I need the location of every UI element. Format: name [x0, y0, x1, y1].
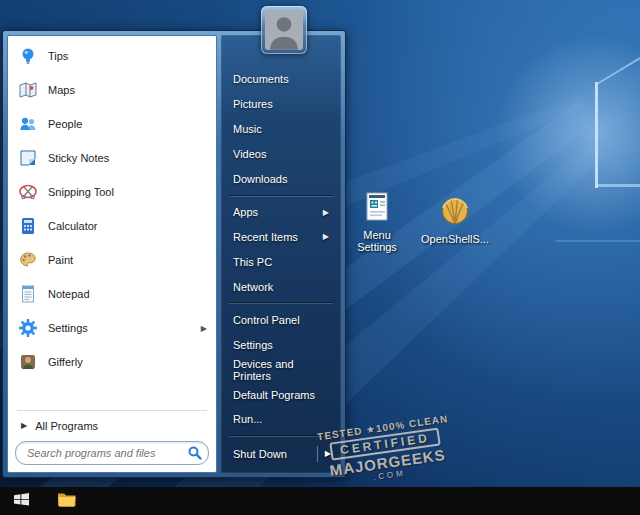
start-menu-right-panel: Documents Pictures Music Videos Download…	[221, 35, 341, 473]
all-programs-label: All Programs	[35, 420, 98, 432]
start-menu: Tips Maps People	[2, 30, 346, 478]
start-right-settings[interactable]: Settings	[221, 332, 341, 357]
separator	[229, 302, 333, 304]
file-explorer-button[interactable]	[48, 487, 86, 515]
search-icon[interactable]	[186, 444, 204, 462]
start-right-label: Downloads	[233, 173, 287, 185]
menu-item-label: Tips	[48, 50, 68, 62]
search-box	[15, 441, 209, 465]
start-right-apps[interactable]: Apps ▶	[221, 200, 341, 225]
submenu-arrow-icon: ▶	[323, 208, 329, 217]
shell-icon	[418, 194, 492, 230]
desktop-icon-label: Menu Settings	[357, 229, 397, 253]
menu-item-sticky-notes[interactable]: Sticky Notes	[11, 141, 213, 175]
map-icon	[17, 79, 39, 101]
desktop-icon-openshell[interactable]: OpenShellS...	[418, 194, 492, 245]
separator	[229, 195, 333, 197]
separator	[229, 435, 333, 437]
start-right-label: Default Pograms	[233, 389, 315, 401]
all-programs-button[interactable]: ▶ All Programs	[11, 413, 213, 438]
menu-item-maps[interactable]: Maps	[11, 73, 213, 107]
menu-item-label: Maps	[48, 84, 75, 96]
user-photo-icon	[17, 351, 39, 373]
scissors-icon	[17, 181, 39, 203]
menu-item-tips[interactable]: Tips	[11, 39, 213, 73]
menu-item-notepad[interactable]: Notepad	[11, 277, 213, 311]
menu-item-label: Calculator	[48, 220, 98, 232]
lightbulb-icon	[17, 45, 39, 67]
shutdown-options-arrow-icon[interactable]: ▶	[317, 446, 331, 462]
submenu-arrow-icon: ▶	[201, 324, 207, 333]
start-right-label: Documents	[233, 73, 289, 85]
shutdown-button[interactable]: Shut Down ▶	[221, 440, 341, 467]
submenu-arrow-icon: ▶	[323, 232, 329, 241]
separator	[17, 410, 207, 411]
settings-file-icon	[348, 190, 406, 226]
start-right-label: Control Panel	[233, 314, 300, 326]
calculator-icon	[17, 215, 39, 237]
menu-item-calculator[interactable]: Calculator	[11, 209, 213, 243]
start-right-label: Run...	[233, 413, 262, 425]
all-programs-arrow-icon: ▶	[21, 421, 27, 430]
start-right-music[interactable]: Music	[221, 117, 341, 142]
start-menu-left-bottom: ▶ All Programs	[11, 407, 213, 469]
start-right-documents[interactable]: Documents	[221, 67, 341, 92]
desktop-icon-menu-settings[interactable]: Menu Settings	[348, 190, 406, 253]
menu-item-label: Settings	[48, 322, 88, 334]
start-right-label: Network	[233, 281, 273, 293]
start-menu-left-panel: Tips Maps People	[7, 35, 217, 473]
menu-item-label: Paint	[48, 254, 73, 266]
start-right-this-pc[interactable]: This PC	[221, 249, 341, 274]
user-silhouette-icon	[265, 10, 303, 50]
gear-icon	[17, 317, 39, 339]
menu-item-settings[interactable]: Settings ▶	[11, 311, 213, 345]
start-right-label: Settings	[233, 339, 273, 351]
start-right-label: Devices and Printers	[233, 358, 329, 382]
shutdown-label: Shut Down	[233, 448, 287, 460]
windows-logo-icon	[13, 491, 30, 512]
people-icon	[17, 113, 39, 135]
start-right-label: Music	[233, 123, 262, 135]
start-menu-shutdown-area: Shut Down ▶	[221, 432, 341, 467]
folder-icon	[57, 491, 77, 511]
start-right-label: Recent Items	[233, 231, 298, 243]
user-avatar[interactable]	[261, 6, 307, 54]
paint-palette-icon	[17, 249, 39, 271]
notepad-icon	[17, 283, 39, 305]
menu-item-people[interactable]: People	[11, 107, 213, 141]
menu-item-paint[interactable]: Paint	[11, 243, 213, 277]
menu-item-label: Snipping Tool	[48, 186, 114, 198]
menu-item-label: People	[48, 118, 82, 130]
start-right-default-programs[interactable]: Default Pograms	[221, 382, 341, 407]
taskbar	[0, 487, 640, 515]
start-right-recent-items[interactable]: Recent Items ▶	[221, 225, 341, 250]
menu-item-label: Sticky Notes	[48, 152, 109, 164]
start-right-pictures[interactable]: Pictures	[221, 92, 341, 117]
start-right-label: Pictures	[233, 98, 273, 110]
start-right-run[interactable]: Run...	[221, 407, 341, 432]
start-right-videos[interactable]: Videos	[221, 142, 341, 167]
menu-item-gifferly[interactable]: Gifferly	[11, 345, 213, 379]
start-right-label: Videos	[233, 148, 266, 160]
menu-item-label: Gifferly	[48, 356, 83, 368]
sticky-note-icon	[17, 147, 39, 169]
menu-item-snipping-tool[interactable]: Snipping Tool	[11, 175, 213, 209]
start-right-downloads[interactable]: Downloads	[221, 167, 341, 192]
start-right-control-panel[interactable]: Control Panel	[221, 307, 341, 332]
start-right-label: Apps	[233, 206, 258, 218]
start-right-network[interactable]: Network	[221, 274, 341, 299]
start-right-devices-and-printers[interactable]: Devices and Printers	[221, 357, 341, 382]
search-input[interactable]	[25, 446, 186, 460]
start-right-label: This PC	[233, 256, 272, 268]
start-button[interactable]	[2, 487, 40, 515]
desktop-icon-label: OpenShellS...	[421, 233, 489, 245]
menu-item-label: Notepad	[48, 288, 90, 300]
